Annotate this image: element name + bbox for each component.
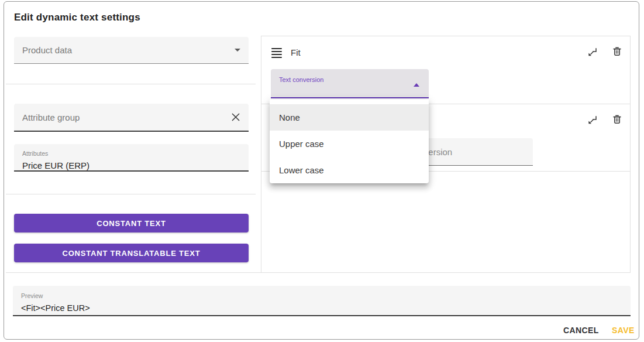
product-data-label: Product data	[22, 45, 72, 55]
divider	[6, 194, 256, 194]
chevron-down-icon	[235, 49, 240, 52]
preview-field[interactable]: Preview <Fit><Price EUR>	[13, 286, 631, 316]
divider	[6, 272, 261, 273]
attributes-field[interactable]: Attributes Price EUR (ERP)	[14, 144, 249, 172]
divider	[6, 84, 256, 84]
chevron-up-icon	[414, 83, 419, 87]
text-conversion-select[interactable]: Text conversion	[271, 69, 429, 98]
attributes-label: Attributes	[22, 150, 48, 157]
menu-item-lower-case[interactable]: Lower case	[270, 157, 429, 183]
drag-handle-icon[interactable]	[271, 48, 282, 58]
item-name: Fit	[291, 47, 301, 57]
text-conversion-menu: None Upper case Lower case	[270, 100, 429, 183]
merge-icon[interactable]	[587, 114, 598, 126]
constant-text-button[interactable]: CONSTANT TEXT	[14, 214, 249, 232]
preview-value: <Fit><Price EUR>	[21, 303, 622, 313]
merge-icon[interactable]	[587, 46, 598, 58]
cancel-button[interactable]: CANCEL	[561, 324, 601, 336]
dialog-title: Edit dynamic text settings	[14, 12, 140, 23]
text-conversion-label: Text conversion	[279, 76, 323, 83]
constant-translatable-text-button[interactable]: CONSTANT TRANSLATABLE TEXT	[14, 244, 249, 262]
save-button[interactable]: SAVE	[609, 324, 637, 336]
attribute-group-label: Attribute group	[22, 112, 80, 122]
delete-icon[interactable]	[611, 46, 623, 57]
attributes-value: Price EUR (ERP)	[22, 160, 240, 170]
clear-icon[interactable]	[231, 112, 240, 122]
product-data-select[interactable]: Product data	[14, 37, 249, 64]
menu-item-upper-case[interactable]: Upper case	[270, 131, 429, 157]
delete-icon[interactable]	[611, 114, 623, 125]
attribute-group-field[interactable]: Attribute group	[14, 104, 249, 132]
preview-label: Preview	[21, 292, 43, 299]
menu-item-none[interactable]: None	[270, 104, 429, 131]
